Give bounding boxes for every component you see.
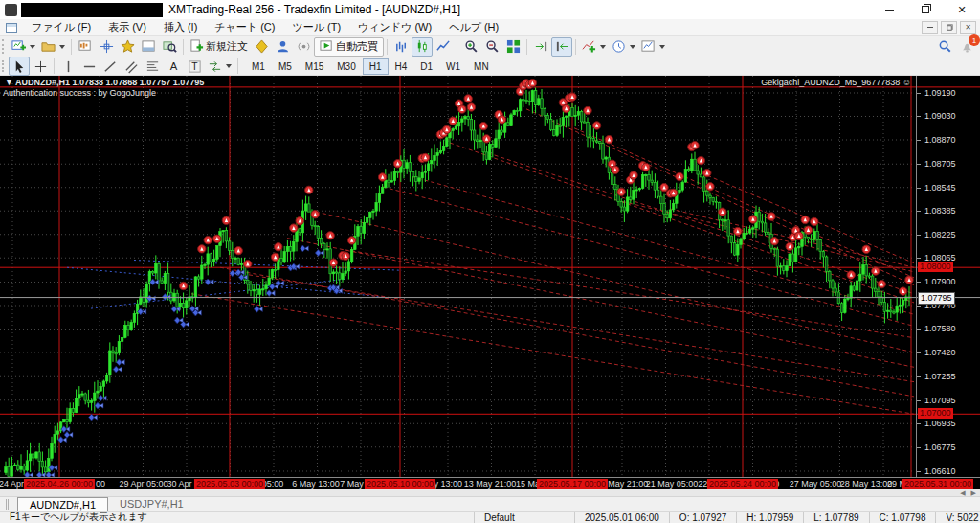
notifications-icon[interactable]: 1 [960, 39, 974, 54]
autoscroll-icon [534, 39, 548, 54]
menu-ファイル[interactable]: ファイル (F) [23, 18, 100, 36]
timeframe-h4-button[interactable]: H4 [389, 58, 414, 75]
dropdown-caret-icon[interactable] [600, 45, 606, 49]
fibonacci-tool[interactable] [142, 57, 163, 76]
cursor-tool[interactable] [9, 57, 30, 76]
arrows-icon [208, 59, 222, 74]
strategy-tester-button[interactable] [159, 37, 180, 57]
chart-shift-button[interactable] [551, 37, 572, 57]
bar-chart-button[interactable] [390, 37, 412, 57]
trendline-tool[interactable] [100, 57, 121, 76]
folder-icon [41, 39, 56, 54]
scroll-right-icon[interactable]: ▶ [971, 489, 976, 496]
chart-window-icon[interactable] [6, 23, 17, 33]
horizontal-line-tool[interactable] [78, 57, 100, 76]
candles-layer [5, 88, 911, 477]
new-order-button[interactable]: 新規注文 [187, 37, 251, 57]
toolbar-grip[interactable] [2, 39, 7, 54]
auto-scroll-button[interactable] [530, 37, 551, 57]
toolbar-separator [71, 39, 72, 55]
market-watch-button[interactable] [75, 37, 96, 57]
dropdown-caret-icon[interactable] [226, 64, 232, 68]
menu-ウィンドウ[interactable]: ウィンドウ (W) [349, 18, 440, 36]
profiles-button[interactable] [38, 37, 68, 57]
metaeditor-icon [255, 39, 269, 54]
timeframe-mn-button[interactable]: MN [467, 58, 496, 75]
sell-signal-marker [786, 242, 793, 250]
chart-area[interactable]: ▼ AUDNZD#,H1 1.07838 1.07868 1.07757 1.0… [0, 76, 980, 489]
auto-trading-button-label: 自動売買 [336, 39, 378, 54]
tile-windows-button[interactable] [502, 37, 523, 57]
price-axis-tick [917, 188, 921, 189]
price-axis-label: 1.09030 [924, 111, 956, 121]
title-bar[interactable]: XMTrading-Real 256 - Tradexfin Limited -… [0, 0, 980, 19]
menu-チャート[interactable]: チャート (C) [206, 18, 283, 36]
dropdown-caret-icon[interactable] [630, 45, 635, 49]
sell-signal-marker [275, 243, 282, 251]
label-tool[interactable]: T [184, 57, 205, 76]
price-chart[interactable] [0, 76, 980, 489]
zoom-in-button[interactable] [460, 37, 481, 57]
status-profile[interactable]: Default [474, 512, 574, 523]
menu-表示[interactable]: 表示 (V) [100, 18, 155, 36]
auto-trading-button[interactable]: 自動売買 [314, 37, 384, 57]
price-axis-label: 1.06935 [924, 419, 956, 428]
text-tool[interactable]: A [163, 57, 184, 76]
mql-community-button[interactable] [272, 37, 293, 57]
toolbar-grip[interactable] [2, 60, 7, 73]
channel-tool[interactable] [121, 57, 142, 76]
marketwatch-icon [78, 39, 93, 54]
dropdown-caret-icon[interactable] [659, 45, 665, 49]
broadcast-button[interactable] [293, 37, 314, 57]
child-restore-button[interactable] [941, 21, 957, 34]
restore-button[interactable] [907, 0, 944, 19]
price-axis-label: 1.07420 [924, 348, 956, 357]
sell-signal-marker [878, 280, 885, 287]
candlestick-chart-button[interactable] [412, 37, 433, 57]
time-axis[interactable]: 24 Apr0029 Apr 05:0030 Apr 13:001 M05:00… [0, 477, 980, 489]
minimize-button[interactable] [871, 0, 907, 19]
timeframe-m30-button[interactable]: M30 [330, 58, 362, 75]
child-close-button[interactable]: ✕ [960, 21, 976, 34]
timeframe-w1-button[interactable]: W1 [439, 58, 467, 75]
navigator-button[interactable] [117, 37, 138, 57]
buy-signal-marker [315, 250, 323, 257]
menu-挿入[interactable]: 挿入 (I) [155, 18, 206, 36]
toolbar-separator [526, 39, 527, 55]
timeframe-m15-button[interactable]: M15 [299, 58, 330, 75]
time-axis-label: 21 May 05:00 [646, 479, 699, 489]
price-axis[interactable]: 1.091901.090301.088701.087051.085451.083… [916, 76, 980, 477]
tab-audnzd[interactable]: AUDNZD#,H1 [17, 497, 108, 511]
chart-scroll-strip[interactable]: ◀ ▶ [0, 489, 980, 496]
data-window-button[interactable] [96, 37, 117, 57]
scroll-left-icon[interactable]: ◀ [960, 489, 965, 496]
person-icon [276, 39, 290, 54]
sell-signal-marker [443, 125, 451, 133]
timeframe-m1-button[interactable]: M1 [245, 58, 272, 75]
indicators-button[interactable] [579, 37, 609, 57]
terminal-button[interactable] [138, 37, 159, 57]
metaeditor-button[interactable] [251, 37, 272, 57]
menu-ヘルプ[interactable]: ヘルプ (H) [440, 18, 507, 36]
time-axis-label: 05:00 [262, 479, 284, 489]
timeframe-d1-button[interactable]: D1 [413, 58, 439, 75]
close-button[interactable]: ✕ [944, 0, 980, 19]
new-chart-button[interactable] [9, 37, 38, 57]
child-minimize-button[interactable] [922, 21, 938, 34]
timeframe-m5-button[interactable]: M5 [272, 58, 299, 75]
chartshift-icon [555, 39, 569, 54]
line-chart-button[interactable] [433, 37, 454, 57]
crosshair-tool[interactable] [30, 57, 51, 76]
sell-signal-marker [568, 93, 576, 101]
menu-ツール[interactable]: ツール (T) [283, 18, 349, 36]
arrows-tool[interactable] [205, 57, 234, 76]
vertical-line-tool[interactable] [57, 57, 78, 76]
dropdown-caret-icon[interactable] [59, 45, 65, 49]
timeframe-h1-button[interactable]: H1 [363, 58, 389, 75]
search-icon[interactable] [938, 39, 952, 54]
templates-button[interactable] [638, 37, 668, 57]
zoom-out-button[interactable] [481, 37, 502, 57]
tab-usdjpy[interactable]: USDJPY#,H1 [108, 497, 195, 511]
periods-button[interactable] [609, 37, 638, 57]
dropdown-caret-icon[interactable] [30, 45, 35, 49]
